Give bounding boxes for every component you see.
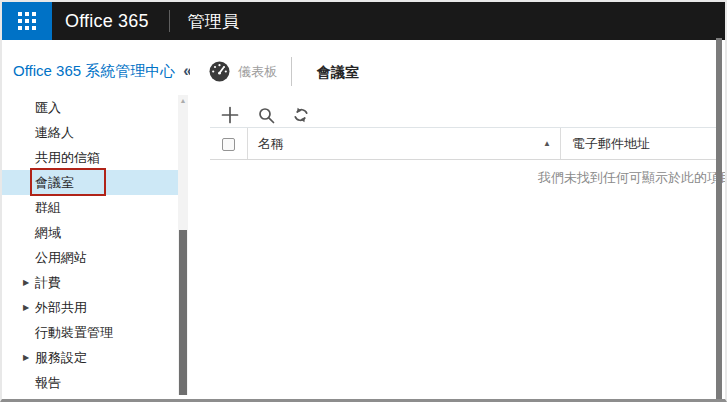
sidebar-item-label: 網域	[35, 225, 61, 240]
topbar-title: 管理員	[188, 10, 239, 33]
sidebar-item-reports[interactable]: 報告	[2, 370, 178, 395]
expand-arrow-icon: ▶	[23, 345, 29, 370]
sidebar-item-external-sharing[interactable]: ▶ 外部共用	[2, 295, 178, 320]
sidebar-item-contacts[interactable]: 連絡人	[2, 120, 178, 145]
sidebar-item-groups[interactable]: 群組	[2, 195, 178, 220]
select-all-checkbox[interactable]	[222, 138, 235, 151]
sidebar: Office 365 系統管理中心 « 匯入 連絡人 共用的信箱 會議室 群組 …	[2, 40, 190, 399]
column-divider	[247, 128, 248, 159]
sidebar-item-label: 連絡人	[35, 125, 74, 140]
main-content: 儀表板 會議室	[190, 40, 716, 399]
sidebar-item-import[interactable]: 匯入	[2, 95, 178, 120]
sidebar-item-mobile-management[interactable]: 行動裝置管理	[2, 320, 178, 345]
breadcrumb-dashboard-link[interactable]: 儀表板	[209, 61, 277, 82]
topbar-divider	[169, 10, 170, 32]
sidebar-scrollbar[interactable]: ▲	[178, 95, 188, 395]
dashboard-gauge-icon	[209, 61, 230, 82]
column-header-name[interactable]: 名稱	[258, 128, 284, 160]
breadcrumb-dashboard-label: 儀表板	[238, 63, 277, 81]
add-button[interactable]	[217, 102, 243, 128]
brand-logo[interactable]: Office 365	[65, 11, 149, 32]
column-header-email[interactable]: 電子郵件地址	[572, 128, 650, 160]
page-title: 會議室	[317, 64, 359, 82]
app-launcher-button[interactable]	[2, 2, 52, 40]
sidebar-item-label: 報告	[35, 375, 61, 390]
refresh-button[interactable]	[288, 102, 314, 128]
scrollbar-thumb[interactable]	[179, 230, 187, 395]
sidebar-item-label: 公用網站	[35, 250, 87, 265]
frame-shadow	[716, 38, 722, 399]
sort-ascending-icon: ▲	[543, 128, 551, 160]
sidebar-item-label: 服務設定	[35, 350, 87, 365]
plus-icon	[221, 106, 239, 124]
expand-arrow-icon: ▶	[23, 270, 29, 295]
scrollbar-up-arrow[interactable]: ▲	[178, 95, 188, 107]
screenshot-frame: Office 365 管理員 Office 365 系統管理中心 « 匯入 連絡…	[0, 0, 727, 402]
empty-list-message: 我們未找到任何可顯示於此的項目。	[538, 169, 727, 187]
refresh-icon	[293, 107, 309, 123]
sidebar-item-label: 會議室	[35, 175, 74, 190]
table-header-row: 名稱 ▲ 電子郵件地址	[210, 127, 716, 160]
sidebar-item-domains[interactable]: 網域	[2, 220, 178, 245]
sidebar-nav: 匯入 連絡人 共用的信箱 會議室 群組 網域 公用網站 ▶ 計費	[2, 95, 178, 395]
sidebar-item-label: 群組	[35, 200, 61, 215]
sidebar-item-meeting-rooms[interactable]: 會議室	[2, 170, 178, 195]
breadcrumb: 儀表板 會議室	[190, 40, 716, 88]
sidebar-item-label: 計費	[35, 275, 61, 290]
sidebar-item-service-settings[interactable]: ▶ 服務設定	[2, 345, 178, 370]
search-icon	[258, 107, 275, 124]
sidebar-item-billing[interactable]: ▶ 計費	[2, 270, 178, 295]
sidebar-item-label: 共用的信箱	[35, 150, 100, 165]
sidebar-item-label: 行動裝置管理	[35, 325, 113, 340]
column-divider	[560, 128, 561, 159]
expand-arrow-icon: ▶	[23, 295, 29, 320]
sidebar-title[interactable]: Office 365 系統管理中心	[13, 62, 175, 81]
sidebar-header: Office 365 系統管理中心 «	[13, 60, 184, 82]
sidebar-item-label: 匯入	[35, 100, 61, 115]
waffle-grid-icon	[18, 12, 36, 30]
topbar: Office 365 管理員	[2, 2, 725, 40]
sidebar-item-label: 外部共用	[35, 300, 87, 315]
sidebar-item-shared-mailboxes[interactable]: 共用的信箱	[2, 145, 178, 170]
sidebar-item-public-website[interactable]: 公用網站	[2, 245, 178, 270]
breadcrumb-divider	[291, 57, 292, 86]
search-button[interactable]	[253, 102, 279, 128]
